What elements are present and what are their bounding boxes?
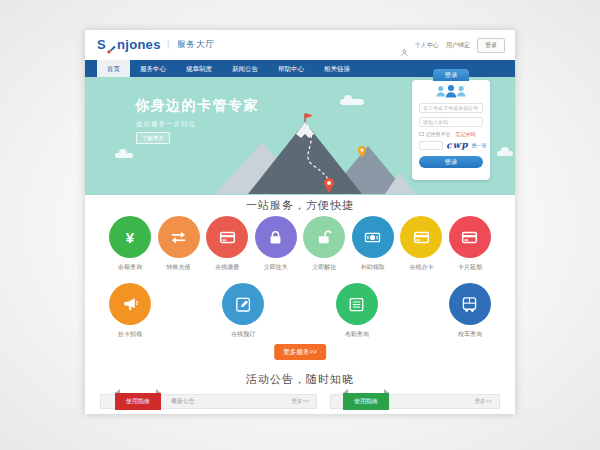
browser-viewport: S njones | 服务大厅 个人中心 用户绑定 登录 首页 服务中心 规章制…	[0, 0, 600, 450]
cloud-decoration	[340, 99, 364, 105]
card-icon[interactable]	[206, 216, 248, 258]
tab-usage-guide-right[interactable]: 使用指南	[343, 393, 389, 410]
login-panel: 登录 记住用户名 忘记密码 cwp 换一张 登录	[412, 80, 490, 180]
service-item[interactable]: 转账充值	[156, 216, 202, 283]
captcha-refresh-link[interactable]: 换一张	[472, 142, 487, 148]
service-item[interactable]: 补助领取	[350, 216, 396, 283]
list-icon[interactable]	[336, 283, 378, 325]
money-icon[interactable]	[352, 216, 394, 258]
service-label: 拾卡招领	[107, 330, 153, 339]
login-tab[interactable]: 登录	[433, 69, 469, 81]
announcements-left-panel: 使用指南 最新公告 更多>>	[100, 394, 317, 409]
logo[interactable]: S njones	[97, 37, 161, 52]
service-item[interactable]: 在线缴费	[204, 216, 250, 283]
lock-icon[interactable]	[255, 216, 297, 258]
remember-label: 记住用户名	[426, 131, 451, 137]
mountain-illustration	[210, 112, 415, 194]
yuan-icon[interactable]: ¥	[109, 216, 151, 258]
site-header: S njones | 服务大厅 个人中心 用户绑定 登录	[85, 30, 515, 60]
card-icon[interactable]	[400, 216, 442, 258]
service-item[interactable]: 校车查询	[447, 283, 493, 350]
nav-item-news[interactable]: 新闻公告	[222, 60, 268, 77]
forgot-password-link[interactable]: 忘记密码	[456, 131, 476, 137]
nav-item-service-center[interactable]: 服务中心	[130, 60, 176, 77]
edit-icon[interactable]	[222, 283, 264, 325]
header-divider: |	[167, 39, 169, 49]
horn-icon[interactable]	[109, 283, 151, 325]
service-label: 考勤查询	[334, 330, 380, 339]
tab-usage-guide-left[interactable]: 使用指南	[115, 393, 161, 410]
service-item[interactable]: 卡片延期	[447, 216, 493, 283]
service-label: 余额查询	[107, 263, 153, 272]
service-item[interactable]: ¥余额查询	[107, 216, 153, 283]
service-label: 在线预订	[220, 330, 266, 339]
portal-page: S njones | 服务大厅 个人中心 用户绑定 登录 首页 服务中心 规章制…	[85, 30, 515, 414]
more-services-button[interactable]: 更多服务>>	[274, 344, 326, 360]
service-label: 在线办卡	[398, 263, 444, 272]
announcements-section-title: 活动公告，随时知晓	[85, 372, 515, 387]
unlock-icon[interactable]	[303, 216, 345, 258]
captcha-row: cwp 换一张	[419, 140, 487, 150]
login-options: 记住用户名 忘记密码	[419, 131, 476, 137]
more-link-right[interactable]: 更多>>	[475, 395, 492, 408]
logo-arrow-icon	[107, 40, 116, 50]
personal-center-link[interactable]: 个人中心	[415, 41, 439, 50]
header-login-button[interactable]: 登录	[477, 38, 505, 53]
user-binding-link[interactable]: 用户绑定	[446, 41, 470, 50]
announcements-right-panel: 使用指南 更多>>	[330, 394, 500, 409]
services-grid: ¥余额查询转账充值在线缴费立即挂失立即解挂补助领取在线办卡卡片延期拾卡招领在线预…	[107, 216, 493, 350]
users-icon	[434, 84, 468, 102]
nav-item-home[interactable]: 首页	[97, 60, 130, 77]
captcha-image[interactable]: cwp	[446, 139, 469, 150]
logo-text-prefix: S	[97, 37, 106, 52]
services-section-title: 一站服务，方便快捷	[85, 198, 515, 213]
captcha-input[interactable]	[419, 141, 443, 150]
password-input[interactable]	[419, 117, 483, 127]
service-item[interactable]: 在线办卡	[398, 216, 444, 283]
hero-subtitle: 提供服务一步到位	[136, 120, 196, 129]
more-link-left[interactable]: 更多>>	[292, 395, 309, 408]
portal-name: 服务大厅	[177, 39, 215, 51]
transfer-icon[interactable]	[158, 216, 200, 258]
service-item[interactable]: 立即挂失	[253, 216, 299, 283]
service-label: 卡片延期	[447, 263, 493, 272]
service-item[interactable]: 拾卡招领	[107, 283, 153, 350]
user-icon	[401, 42, 408, 49]
remember-checkbox[interactable]	[419, 132, 424, 137]
service-label: 立即解挂	[301, 263, 347, 272]
nav-item-rules[interactable]: 规章制度	[176, 60, 222, 77]
service-label: 校车查询	[447, 330, 493, 339]
service-label: 在线缴费	[204, 263, 250, 272]
service-item[interactable]: 立即解挂	[301, 216, 347, 283]
nav-item-related-links[interactable]: 相关链接	[314, 60, 360, 77]
service-item[interactable]: 在线预订	[220, 283, 266, 350]
service-label: 立即挂失	[253, 263, 299, 272]
bus-icon[interactable]	[449, 283, 491, 325]
logo-text-suffix: njones	[117, 37, 161, 52]
login-submit-button[interactable]: 登录	[419, 156, 483, 168]
cloud-decoration	[497, 151, 513, 156]
hero-cta-button[interactable]: 了解更多	[136, 132, 170, 144]
service-label: 转账充值	[156, 263, 202, 272]
username-input[interactable]	[419, 103, 483, 113]
service-item[interactable]: 考勤查询	[334, 283, 380, 350]
header-links: 个人中心 用户绑定 登录	[401, 30, 505, 60]
service-label: 补助领取	[350, 263, 396, 272]
nav-item-help-center[interactable]: 帮助中心	[268, 60, 314, 77]
card-icon[interactable]	[449, 216, 491, 258]
tab-latest-notices[interactable]: 最新公告	[171, 395, 195, 408]
cloud-decoration	[115, 153, 133, 158]
